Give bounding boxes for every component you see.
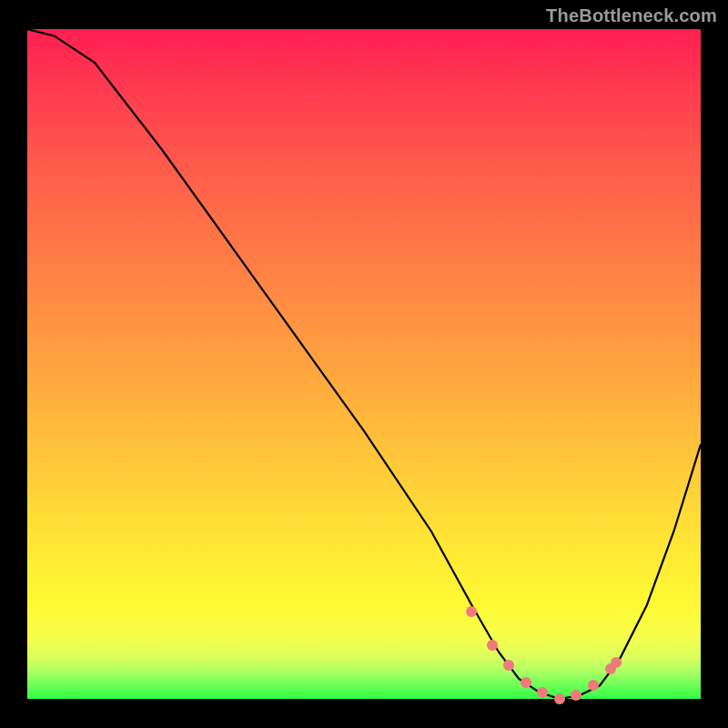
optimal-marker [521,677,531,688]
bottleneck-curve [27,29,701,699]
plot-area [27,29,701,699]
optimal-marker [588,680,599,691]
watermark-text: TheBottleneck.com [546,5,717,26]
optimal-marker [611,657,622,668]
optimal-marker [487,640,498,651]
optimal-marker [571,690,581,701]
chart-frame: TheBottleneck.com [0,0,728,728]
optimal-marker [554,693,565,704]
optimal-marker [537,687,548,698]
curve-path [27,29,701,699]
